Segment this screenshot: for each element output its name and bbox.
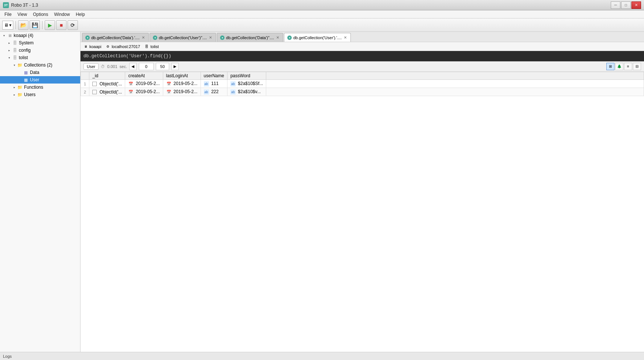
cell-id-2[interactable]: ObjectId('... (89, 88, 125, 96)
sidebar-item-users[interactable]: ▸ 📁 Users (0, 91, 80, 98)
str-icon-username-1: ab (204, 81, 209, 86)
sidebar: ▾ 🖥 koaapi (4) ▸ 🗄 System ▸ 🗄 config ▾ 🗄… (0, 32, 80, 352)
connection-info: 🖥 koaapi (83, 44, 101, 49)
tab-label-4: db.getCollection('User').'.... (293, 35, 342, 40)
close-button[interactable]: ✕ (631, 1, 641, 9)
new-connection-dropdown[interactable]: 🖥 ▾ (2, 21, 13, 30)
folder-icon-system: 🗄 (12, 40, 18, 46)
cell-createat-2[interactable]: 📅 2019-05-2... (125, 88, 163, 96)
command-bar: db.getCollection('User').find({}) (80, 51, 644, 61)
menu-help[interactable]: Help (73, 11, 88, 18)
tab-2[interactable]: ● db.getCollection('User')''.... ✕ (150, 33, 216, 42)
tree-view-button[interactable]: 🌲 (615, 63, 623, 70)
col-header-username[interactable]: userName (201, 72, 227, 80)
tab-close-4[interactable]: ✕ (343, 35, 347, 40)
col-header-num (81, 72, 89, 80)
folder-icon-functions: 📁 (17, 84, 23, 90)
tab-3[interactable]: ● db.getCollection('Data')''.... ✕ (217, 33, 283, 42)
data-table-container: _id createAt lastLoginAt userName passWo… (80, 72, 644, 352)
save-button[interactable]: 💾 (30, 20, 40, 30)
col-header-lastloginat[interactable]: lastLoginAt (163, 72, 201, 80)
username-value-1: 111 (211, 81, 219, 86)
menu-window[interactable]: Window (51, 11, 73, 18)
prev-page-button[interactable]: ◀ (129, 63, 137, 70)
database-info: 🗄 tolist (144, 44, 159, 49)
page-size-input[interactable] (156, 63, 169, 70)
tab-icon-2: ● (153, 35, 157, 40)
connection-icon: 🖥 (83, 44, 88, 49)
connection-label: koaapi (89, 44, 101, 49)
lastloginat-value-1: 2019-05-2... (174, 81, 198, 86)
sidebar-item-system[interactable]: ▸ 🗄 System (0, 39, 80, 47)
col-header-createat[interactable]: createAt (125, 72, 163, 80)
open-button[interactable]: 📂 (18, 20, 28, 30)
col-header-password[interactable]: passWord (227, 72, 266, 80)
content-area: ● db.getCollection('Data').'.... ✕ ● db.… (80, 32, 644, 352)
col-header-id[interactable]: _id (89, 72, 125, 80)
tab-label-3: db.getCollection('Data')''.... (226, 35, 274, 40)
sidebar-item-config[interactable]: ▸ 🗄 config (0, 47, 80, 54)
custom-view-button[interactable]: ⊟ (633, 63, 641, 70)
sidebar-item-user[interactable]: ▸ ▦ User (0, 76, 80, 84)
cell-password-2[interactable]: ab $2a$10$v... (227, 88, 266, 96)
menu-view[interactable]: View (14, 11, 30, 18)
arrow-config: ▸ (7, 48, 12, 53)
menu-bar: File View Options Window Help (0, 10, 644, 18)
status-text: Logs (3, 354, 12, 359)
sidebar-label-collections: Collections (2) (24, 62, 52, 68)
title-bar-left: 3T Robo 3T - 1.3 (3, 2, 38, 8)
row-num-2: 2 (81, 88, 89, 96)
sidebar-label-data: Data (30, 70, 39, 75)
sidebar-item-tolist[interactable]: ▾ 🗄 tolist (0, 54, 80, 61)
cell-id-1[interactable]: ObjectId('... (89, 80, 125, 88)
sidebar-label-tolist: tolist (19, 55, 28, 60)
current-page-input[interactable] (139, 63, 154, 70)
dropdown-arrow-icon: ▾ (9, 23, 11, 28)
arrow-collections: ▾ (12, 62, 17, 68)
run-button[interactable]: ▶ (45, 20, 55, 30)
tab-4[interactable]: ● db.getCollection('User').'.... ✕ (284, 33, 351, 42)
tab-close-3[interactable]: ✕ (275, 35, 280, 40)
sidebar-label-user: User (30, 77, 39, 82)
row-checkbox-1[interactable] (92, 82, 97, 86)
database-icon: 🗄 (144, 44, 149, 49)
cell-password-1[interactable]: ab $2a$10$Sf... (227, 80, 266, 88)
sidebar-item-functions[interactable]: ▸ 📁 Functions (0, 84, 80, 91)
toolbar-separator-2 (42, 21, 42, 29)
cell-username-1[interactable]: ab 111 (201, 80, 227, 88)
new-connection-icon: 🖥 (4, 23, 8, 28)
table-view-button[interactable]: ⊞ (606, 63, 614, 70)
tab-1[interactable]: ● db.getCollection('Data').'.... ✕ (82, 33, 149, 42)
title-bar-controls: ─ □ ✕ (611, 1, 641, 9)
cell-lastloginat-1[interactable]: 📅 2019-05-2... (163, 80, 201, 88)
stop-button[interactable]: ■ (56, 20, 66, 30)
arrow-koaapi: ▾ (1, 33, 7, 38)
cell-createat-1[interactable]: 📅 2019-05-2... (125, 80, 163, 88)
tab-close-1[interactable]: ✕ (141, 35, 145, 40)
next-page-button[interactable]: ▶ (171, 63, 179, 70)
tab-icon-4: ● (287, 35, 292, 40)
createat-value-1: 2019-05-2... (136, 81, 160, 86)
minimize-button[interactable]: ─ (611, 1, 620, 9)
sidebar-item-data[interactable]: ▸ ▦ Data (0, 69, 80, 76)
sidebar-item-koaapi[interactable]: ▾ 🖥 koaapi (4) (0, 32, 80, 39)
cell-lastloginat-2[interactable]: 📅 2019-05-2... (163, 88, 201, 96)
refresh-button[interactable]: ⟳ (68, 20, 78, 30)
menu-options[interactable]: Options (30, 11, 51, 18)
host-info: ⚙ localhost:27017 (106, 44, 140, 49)
db-icon-koaapi: 🖥 (7, 33, 13, 38)
menu-file[interactable]: File (1, 11, 14, 18)
createat-value-2: 2019-05-2... (136, 89, 160, 94)
cell-username-2[interactable]: ab 222 (201, 88, 227, 96)
id-value-2: ObjectId('... (99, 89, 122, 95)
result-toolbar: User ⏱ 0.001 sec. ◀ ▶ ⊞ 🌲 ≡ ⊟ (80, 61, 644, 72)
toolbar: 🖥 ▾ 📂 💾 ▶ ■ ⟳ (0, 18, 644, 32)
result-collection-tab[interactable]: User (83, 63, 99, 70)
maximize-button[interactable]: □ (621, 1, 631, 9)
row-checkbox-2[interactable] (92, 90, 97, 94)
tab-close-2[interactable]: ✕ (208, 35, 213, 40)
text-view-button[interactable]: ≡ (624, 63, 632, 70)
folder-icon-collections: 📁 (17, 62, 23, 68)
row-num-1: 1 (81, 80, 89, 88)
sidebar-item-collections[interactable]: ▾ 📁 Collections (2) (0, 61, 80, 69)
